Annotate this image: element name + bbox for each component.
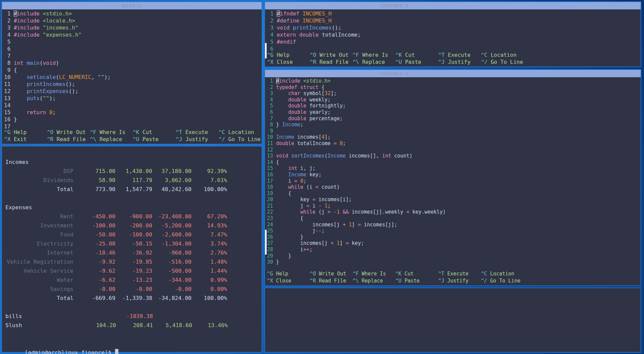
amount-cell: 104.20	[74, 321, 116, 330]
line-number: 15	[4, 109, 10, 116]
shortcut-label: Read File	[53, 136, 86, 142]
code-token: int	[382, 153, 391, 159]
shortcut-cut: ^K Cut	[395, 51, 438, 58]
shortcut-key: ^J	[176, 136, 182, 142]
code-token: }	[276, 122, 282, 128]
shortcut-label: Where Is	[359, 271, 386, 277]
shortcut-label: Replace	[359, 278, 383, 284]
shortcut-key: ^X	[267, 278, 273, 284]
shortcut-paste: ^U Paste	[395, 58, 438, 65]
amount-cell: -0.00	[152, 284, 192, 294]
editor-text-area[interactable]: 1#include <stdio.h>2typedef struct {3 ch…	[265, 77, 641, 265]
code-token: weekly;	[306, 97, 330, 103]
code-line: 11 printIncomes();	[4, 81, 262, 88]
code-token: 0	[49, 109, 53, 116]
code-line: 16}	[4, 116, 262, 123]
shortcut-label: Location	[487, 52, 517, 58]
code-line: 23 {	[267, 215, 641, 222]
shortcut-label: Replace	[96, 136, 122, 142]
amount-cell	[192, 312, 228, 321]
code-token: incomes[j];	[361, 222, 397, 228]
line-number: 30	[267, 259, 273, 265]
amount-cell: 3,062.60	[152, 176, 192, 185]
code-token	[288, 153, 291, 159]
amount-cell: 14.93%	[192, 221, 227, 230]
shortcut-cut: ^K Cut	[395, 270, 438, 277]
amount-cell: -0.00	[73, 284, 115, 294]
scrollbar-thumb[interactable]	[265, 230, 267, 255]
code-token: (	[56, 74, 59, 80]
line-number: 15	[267, 165, 273, 172]
shortcut-location: ^C Location	[219, 129, 262, 136]
shell-prompt[interactable]: [admin@archlinux finance]$	[5, 339, 262, 348]
line-number: 8	[4, 59, 10, 67]
amount-cell: -19.23	[115, 266, 152, 275]
code-token: {	[276, 215, 303, 221]
amount-cell: -669.69	[73, 294, 115, 303]
code-token: main	[26, 60, 40, 66]
code-token	[296, 32, 300, 38]
code-token: ];	[331, 90, 337, 96]
shortcut-key: ^C	[481, 271, 487, 277]
amount-cell: 13.46%	[192, 321, 228, 330]
code-line: 7	[4, 52, 262, 59]
shortcut-help: ^G Help	[267, 270, 310, 277]
shortcut-label: Close	[273, 278, 291, 284]
code-token	[276, 97, 288, 103]
code-token: (i	[303, 184, 315, 190]
line-number: 1	[267, 10, 273, 17]
shortcut-label: Paste	[401, 278, 420, 284]
line-number: 4	[4, 31, 10, 38]
shortcut-label: Paste	[402, 59, 421, 65]
shortcut-replace: ^\ Replace	[90, 136, 133, 143]
code-token: =	[358, 222, 361, 228]
file-name: incomes.c	[265, 70, 523, 77]
code-token: ""	[98, 74, 104, 80]
code-token: #include	[14, 25, 40, 31]
blank-row	[5, 148, 262, 158]
row-label: DSP	[5, 167, 73, 176]
amount-cell: 100.00%	[192, 185, 227, 194]
shortcut-key: ^R	[310, 59, 316, 65]
code-token	[14, 74, 27, 80]
shortcut-label: Cut	[402, 52, 415, 58]
editor-text-area[interactable]: 1#include <stdio.h>2#include <locale.h>3…	[2, 9, 262, 130]
code-token: double	[276, 140, 294, 146]
code-token: 0	[300, 178, 303, 184]
code-token: +	[331, 240, 334, 246]
shortcut-justify: ^J Justify	[438, 277, 481, 284]
line-number: 3	[267, 90, 273, 97]
code-token: count)	[391, 153, 412, 159]
line-number: 4	[267, 97, 273, 103]
line-number: 26	[267, 234, 273, 240]
code-token	[337, 140, 340, 146]
row-label: Food	[5, 230, 73, 239]
scrollbar-thumb[interactable]	[265, 43, 267, 58]
amount-cell: -50.00	[73, 230, 115, 239]
shortcut-key: ^T	[438, 271, 444, 277]
code-token: );	[104, 74, 111, 80]
terminal-output[interactable]: IncomesDSP715.001,430.0037,180.0092.39%D…	[2, 146, 262, 348]
line-number: 16	[267, 172, 273, 178]
shortcut-key: ^\	[353, 278, 359, 284]
code-token	[14, 81, 27, 87]
code-line: 19 {	[267, 190, 641, 197]
code-token: "expenses.h"	[43, 32, 82, 38]
line-number: 5	[267, 103, 273, 109]
code-token: &&	[343, 209, 349, 215]
shortcut-key: ^O	[310, 271, 316, 277]
code-token	[46, 109, 49, 116]
row-label: Total	[5, 185, 73, 194]
shortcut-key: ^/	[481, 59, 487, 65]
amount-cell: -516.00	[152, 257, 192, 266]
editor-text-area[interactable]: 1#ifndef INCOMES_H2#define INCOMES_H3voi…	[265, 9, 641, 52]
code-token: -	[334, 209, 337, 215]
empty-terminal-panel[interactable]	[264, 287, 641, 353]
shortcut-key: ^R	[47, 136, 53, 142]
line-number: 11	[267, 140, 273, 147]
amount-cell: -200.00	[115, 221, 152, 230]
code-token: struct	[300, 84, 318, 90]
shortcut-label: Replace	[359, 59, 385, 65]
prompt-text: [admin@archlinux finance]$	[25, 349, 115, 354]
code-token: Income	[276, 134, 294, 140]
